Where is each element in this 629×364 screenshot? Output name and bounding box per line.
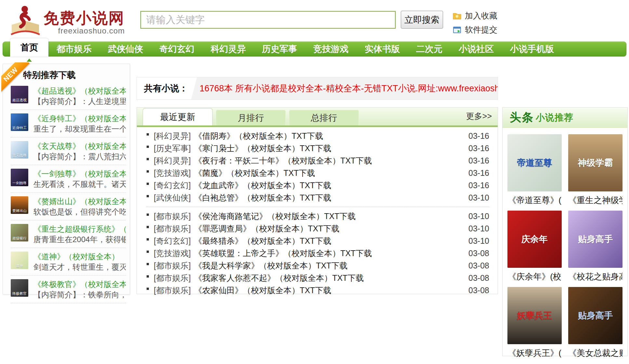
novel-title-link[interactable]: 《我是大科学家》（校对版全本）TXT下载	[194, 260, 347, 271]
novel-row[interactable]: [竞技游戏] 《菌魔》（校对版全本）TXT下载 03-16	[147, 167, 489, 179]
headline-book-cell[interactable]: 庆余年 《庆余年》(校	[507, 211, 562, 282]
recommend-book-item[interactable]: 道神 《道神》（校对版全本） 剑道天才，转世重生，覆灭王朝，	[11, 248, 126, 276]
headline-cover-grid: 帝道至尊 《帝道至尊》( 神级学霸 《重生之神级学 庆余年 《庆余年》(校 贴身…	[503, 128, 627, 359]
book-title-link[interactable]: 《重生之超级银行系统》（校对版	[33, 224, 126, 234]
recommend-book-item[interactable]: 一剑独尊 《一剑独尊》（校对版全本） 生死看淡，不服就干。诸天神佛	[11, 165, 126, 193]
tab-total-ranking[interactable]: 总排行	[289, 110, 359, 125]
headline-book-cell[interactable]: 神级学霸 《重生之神级学	[568, 134, 622, 206]
headline-book-cell[interactable]: 帝道至尊 《帝道至尊》(	[507, 134, 562, 206]
nav-item-history[interactable]: 历史军事	[254, 43, 305, 55]
bullet-square-icon	[147, 133, 149, 136]
main-nav: 首页 都市娱乐 武侠仙侠 奇幻玄幻 科幻灵异 历史军事 竞技游戏 实体书版 二次…	[3, 42, 626, 57]
new-ribbon: NEW	[1, 62, 31, 92]
nav-item-urban[interactable]: 都市娱乐	[48, 43, 100, 55]
nav-item-acg[interactable]: 二次元	[408, 43, 451, 55]
novel-row[interactable]: [都市娱乐] 《我是大科学家》（校对版全本）TXT下载 03-08	[147, 259, 489, 272]
novel-title-link[interactable]: 《菌魔》（校对版全本）TXT下载	[194, 168, 315, 178]
novel-title-link[interactable]: 《借阴寿》（校对版全本）TXT下载	[194, 131, 323, 141]
novel-title-link[interactable]: 《寒门枭士》（校对版全本）TXT下载	[194, 143, 331, 154]
novel-row[interactable]: [都市娱乐] 《罪恶调查局》（校对版全本）TXT下载 03-10	[147, 222, 489, 235]
book-title-link[interactable]: 《道神》（校对版全本）	[33, 252, 126, 262]
novel-title-link[interactable]: 《夜行者：平妖二十年》（校对版全本）TXT下载	[194, 155, 372, 166]
group-separator	[147, 207, 489, 207]
software-submit-link[interactable]: 软件提交	[452, 24, 497, 35]
novel-row[interactable]: [奇幻玄幻] 《龙血武帝》（校对版全本）TXT下载 03-16	[147, 179, 489, 191]
book-title-link[interactable]: 《终极教官》（校对版全本）	[33, 279, 126, 290]
headline-book-cell[interactable]: 贴身高手 《美女总裁之贴	[568, 287, 622, 359]
novel-title-link[interactable]: 《英雄联盟：上帝之手》（校对版全本）TXT下载	[194, 248, 372, 259]
headline-book-caption[interactable]: 《帝道至尊》(	[507, 195, 562, 206]
nav-item-mobile[interactable]: 小说手机版	[502, 43, 562, 55]
site-logo[interactable]: 免费小说网 freexiaoshuo.com	[9, 5, 125, 37]
nav-item-wuxia[interactable]: 武侠仙侠	[100, 43, 151, 55]
book-description: 【内容简介】：人生逆境里，人	[33, 96, 126, 107]
book-title-link[interactable]: 《超品透视》（校对版全本）	[33, 86, 126, 96]
headline-title-rest: 小说推荐	[536, 111, 573, 124]
novel-category: [竞技游戏]	[154, 168, 191, 178]
headline-book-cover: 庆余年	[507, 211, 562, 268]
headline-book-cell[interactable]: 贴身高手 《校花之贴身高	[568, 211, 622, 282]
novel-title-link[interactable]: 《侯沧海商路笔记》（校对版全本）TXT下载	[194, 211, 356, 222]
software-submit-label: 软件提交	[465, 24, 497, 35]
novel-row[interactable]: [科幻灵异] 《夜行者：平妖二十年》（校对版全本）TXT下载 03-16	[147, 154, 489, 167]
site-title: 免费小说网	[44, 10, 125, 26]
book-title-link[interactable]: 《赘婿出山》（校对版全本）	[33, 196, 126, 207]
recommend-book-item[interactable]: 赘婿出山 《赘婿出山》（校对版全本） 软饭也是饭，但得讲究个吃法。	[11, 193, 126, 220]
nav-item-community[interactable]: 小说社区	[451, 43, 502, 55]
novel-row[interactable]: [奇幻玄幻] 《最终猎杀》（校对版全本）TXT下载 03-10	[147, 235, 489, 247]
bullet-square-icon	[147, 183, 149, 185]
novel-title-link[interactable]: 《最终猎杀》（校对版全本）TXT下载	[194, 236, 331, 246]
novel-row[interactable]: [都市娱乐] 《农家仙田》（校对版全本）TXT下载 03-08	[147, 284, 489, 296]
novel-date: 03-16	[465, 156, 489, 165]
nav-item-fantasy[interactable]: 奇幻玄幻	[151, 43, 203, 55]
software-submit-window-icon	[452, 25, 462, 34]
add-favorite-link[interactable]: 加入收藏	[452, 10, 497, 21]
search-input[interactable]	[140, 11, 396, 29]
book-title-link[interactable]: 《玄天战尊》（校对版全本）	[33, 141, 126, 151]
book-cover-thumbnail: 近身特工	[11, 113, 28, 131]
recommend-book-item[interactable]: 终极教官 《终极教官》（校对版全本） 【内容简介】：铁拳所向，试问	[11, 276, 126, 303]
nav-item-scifi[interactable]: 科幻灵异	[203, 43, 254, 55]
novel-row[interactable]: [武侠仙侠] 《白袍总管》（校对版全本）TXT下载 03-10	[147, 191, 489, 204]
recommend-book-item[interactable]: 近身特工 《近身特工》（校对版全本） 重生了，却发现重生在一个窝囊废	[11, 110, 126, 137]
novel-date: 03-16	[465, 131, 489, 141]
novel-row[interactable]: [科幻灵异] 《借阴寿》（校对版全本）TXT下载 03-16	[147, 130, 489, 142]
bullet-square-icon	[147, 158, 149, 160]
headline-book-caption[interactable]: 《庆余年》(校	[507, 271, 562, 282]
novel-title-link[interactable]: 《罪恶调查局》（校对版全本）TXT下载	[194, 223, 339, 234]
headline-book-cell[interactable]: 妖孽兵王 《妖孽兵王》(	[507, 287, 562, 359]
novel-category: [都市娱乐]	[154, 223, 191, 234]
novel-date: 03-10	[465, 224, 489, 233]
headline-book-caption[interactable]: 《妖孽兵王》(	[507, 347, 562, 359]
book-title-link[interactable]: 《近身特工》（校对版全本）	[33, 113, 126, 124]
novel-category: [都市娱乐]	[154, 273, 191, 283]
headline-book-caption[interactable]: 《校花之贴身高	[568, 271, 622, 282]
novel-title-link[interactable]: 《我家客人你惹不起》（校对版全本）TXT下载	[194, 273, 364, 283]
book-title-link[interactable]: 《一剑独尊》（校对版全本）	[33, 169, 126, 179]
novel-row[interactable]: [都市娱乐] 《侯沧海商路笔记》（校对版全本）TXT下载 03-10	[147, 210, 489, 222]
more-link[interactable]: 更多>>	[466, 111, 492, 125]
novel-row[interactable]: [竞技游戏] 《英雄联盟：上帝之手》（校对版全本）TXT下载 03-08	[147, 247, 489, 259]
novel-row[interactable]: [都市娱乐] 《我家客人你惹不起》（校对版全本）TXT下载 03-08	[147, 272, 489, 284]
tab-recent-updates[interactable]: 最近更新	[143, 108, 213, 125]
book-cover-thumbnail: 道神	[11, 252, 28, 269]
bullet-square-icon	[147, 263, 149, 265]
banner-label: 共有小说：	[137, 77, 191, 99]
recommend-book-item[interactable]: 玄天战尊 《玄天战尊》（校对版全本） 【内容简介】：震八荒扫六合，	[11, 137, 126, 165]
nav-item-home[interactable]: 首页	[10, 38, 48, 57]
search-button[interactable]: 立即搜索	[401, 11, 443, 29]
favorite-star-folder-icon	[452, 11, 462, 20]
nav-item-gaming[interactable]: 竞技游戏	[305, 43, 357, 55]
headline-book-caption[interactable]: 《美女总裁之贴	[568, 347, 622, 359]
novel-row[interactable]: [历史军事] 《寒门枭士》（校对版全本）TXT下载 03-16	[147, 142, 489, 154]
headline-book-caption[interactable]: 《重生之神级学	[568, 195, 622, 206]
recommend-book-item[interactable]: 超级银行 《重生之超级银行系统》（校对版 唐青重生在2004年，获得银行系统	[11, 220, 126, 248]
tab-monthly-ranking[interactable]: 月排行	[216, 110, 286, 125]
novel-title-link[interactable]: 《龙血武帝》（校对版全本）TXT下载	[194, 180, 331, 191]
novel-date: 03-16	[465, 181, 489, 190]
nav-item-print[interactable]: 实体书版	[357, 43, 408, 55]
novel-title-link[interactable]: 《白袍总管》（校对版全本）TXT下载	[194, 192, 331, 203]
bullet-square-icon	[147, 226, 149, 228]
novel-title-link[interactable]: 《农家仙田》（校对版全本）TXT下载	[194, 285, 331, 296]
headline-book-cover: 贴身高手	[568, 211, 622, 268]
